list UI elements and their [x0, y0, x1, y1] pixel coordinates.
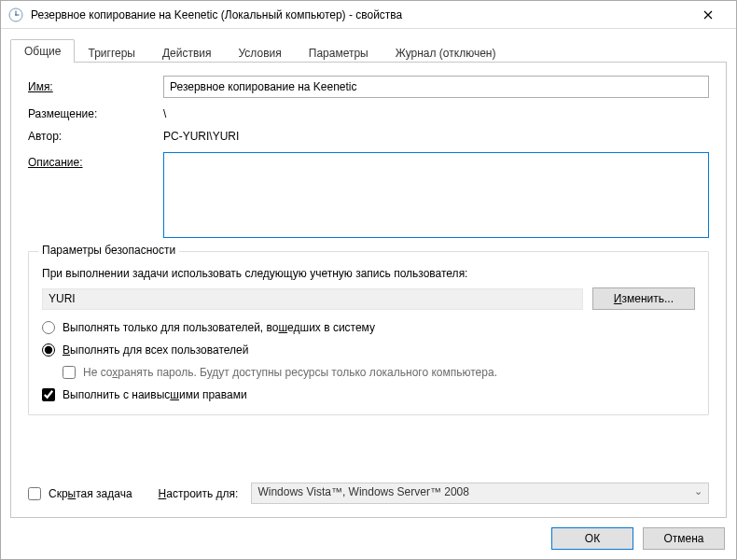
configure-for-combo[interactable]: Windows Vista™, Windows Server™ 2008 — [251, 483, 709, 504]
radio-run-logged-on[interactable]: Выполнять только для пользователей, воше… — [42, 321, 695, 334]
description-label: Описание: — [28, 152, 163, 169]
description-input[interactable] — [163, 152, 709, 238]
tab-actions[interactable]: Действия — [148, 41, 226, 64]
title-bar: Резервное копирование на Keenetic (Локал… — [1, 1, 736, 29]
checkbox-hidden-task[interactable]: Скрытая задача — [28, 487, 132, 500]
tab-history[interactable]: Журнал (отключен) — [382, 41, 510, 64]
change-user-button[interactable]: ИИзменить...зменить... — [592, 287, 695, 310]
checkbox-highest-priv[interactable]: Выполнить с наивысшими правами — [42, 388, 695, 401]
radio-run-all-users[interactable]: Выполнять для всех пользователей — [42, 343, 695, 357]
tab-panel-general: Имя: Размещение: \ Автор: PC-YURI\YURI О… — [10, 62, 727, 518]
checkbox-no-store-password-input[interactable] — [63, 366, 76, 379]
security-legend: Параметры безопасности — [38, 244, 179, 257]
dialog-button-row: ОК Отмена — [10, 518, 727, 550]
dialog-window: Резервное копирование на Keenetic (Локал… — [0, 0, 737, 560]
name-label: Имя: — [28, 80, 163, 93]
checkbox-hidden-task-label: Скрытая задача — [49, 487, 132, 500]
name-input[interactable] — [163, 76, 709, 98]
radio-run-all-users-label: Выполнять для всех пользователей — [63, 343, 248, 357]
location-value: \ — [163, 107, 709, 120]
tab-settings[interactable]: Параметры — [295, 41, 382, 64]
checkbox-no-store-password[interactable]: Не сохранять пароль. Будут доступны ресу… — [63, 366, 695, 379]
radio-run-logged-on-label: Выполнять только для пользователей, воше… — [63, 321, 375, 334]
tab-conditions[interactable]: Условия — [225, 41, 296, 64]
tab-strip: Общие Триггеры Действия Условия Параметр… — [10, 36, 727, 63]
author-label: Автор: — [28, 130, 163, 143]
tab-triggers[interactable]: Триггеры — [74, 41, 149, 64]
ok-button[interactable]: ОК — [551, 527, 633, 550]
security-groupbox: Параметры безопасности При выполнении за… — [28, 251, 709, 415]
checkbox-highest-priv-label: Выполнить с наивысшими правами — [63, 388, 247, 401]
cancel-button[interactable]: Отмена — [643, 527, 725, 550]
radio-run-all-users-input[interactable] — [42, 343, 55, 357]
account-display: YURI — [42, 288, 583, 310]
author-value: PC-YURI\YURI — [163, 130, 709, 143]
client-area: Общие Триггеры Действия Условия Параметр… — [1, 29, 736, 559]
svg-point-3 — [15, 14, 17, 16]
task-scheduler-icon — [8, 7, 23, 22]
tab-general[interactable]: Общие — [10, 39, 75, 63]
radio-run-logged-on-input[interactable] — [42, 321, 55, 334]
checkbox-highest-priv-input[interactable] — [42, 388, 55, 401]
window-title: Резервное копирование на Keenetic (Локал… — [31, 8, 687, 21]
configure-for-value: Windows Vista™, Windows Server™ 2008 — [257, 485, 469, 498]
location-label: Размещение: — [28, 107, 163, 120]
checkbox-hidden-task-input[interactable] — [28, 487, 41, 500]
close-button[interactable] — [687, 1, 729, 29]
configure-for-label: Настроить для: — [159, 487, 239, 500]
security-caption: При выполнении задачи использовать следу… — [42, 267, 695, 280]
checkbox-no-store-password-label: Не сохранять пароль. Будут доступны ресу… — [83, 366, 497, 379]
